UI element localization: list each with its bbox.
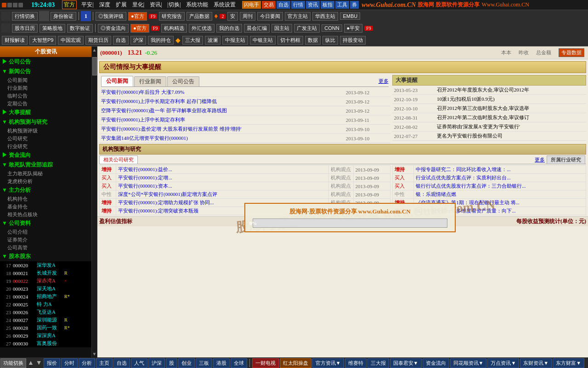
arrow-down[interactable]: ▼ (36, 359, 42, 367)
btn-wave[interactable]: 波澜 (205, 36, 220, 45)
stock-row[interactable]: 18 000021 长城开发 R (0, 269, 91, 277)
btn-cut-ten[interactable]: 切十档框 (277, 36, 303, 45)
sidebar-group-event[interactable]: ▶ 大事提醒 (0, 108, 91, 117)
btn-yicai-tv[interactable]: 一财电视 (252, 358, 279, 368)
btn-zixuan3[interactable]: 自选 (113, 358, 130, 368)
sidebar-group-institution[interactable]: ▼ 机构预测与研究 (0, 117, 91, 127)
tab-industry-research-2[interactable]: 所属行业研究 (547, 155, 585, 164)
btn-strategy[interactable]: 策略股地 (40, 24, 65, 33)
btn-zixun[interactable]: 资讯 (306, 1, 320, 9)
btn-official[interactable]: ●官方 (128, 12, 147, 21)
btn-hangqing-switch[interactable]: 行情切换 (12, 12, 38, 21)
btn-my-select[interactable]: 我的自选 (216, 24, 242, 33)
btn-guangfa[interactable]: 广发主站 (294, 24, 320, 33)
sidebar-group-news[interactable]: ▼ 新闻公告 (0, 67, 91, 76)
research-link[interactable]: 平安银行(000001):定增突破资本瓶颈 (118, 208, 198, 213)
btn-official2[interactable]: ●官方 (130, 24, 149, 33)
btn-financial[interactable]: 财报解读 (2, 36, 28, 45)
btn-flash[interactable]: 闪电手 (242, 1, 261, 9)
sidebar-item-industry-research[interactable]: 行业研究 (0, 143, 91, 150)
research-link[interactable]: 深度*公司*平安银行(000001)新定增方案点评 (118, 191, 217, 197)
btn-official-news[interactable]: 官方资讯▼ (312, 358, 344, 368)
arrow-up[interactable]: ▲ (28, 359, 34, 367)
btn-forex[interactable]: 外汇优选 (189, 24, 215, 33)
news-more-link[interactable]: 更多 (379, 78, 389, 85)
btn-futures-cal[interactable]: 期货日历 (85, 36, 111, 45)
sidebar-item-securities-intro[interactable]: 证券简介 (0, 236, 91, 244)
btn-conn[interactable]: CONN (322, 24, 342, 32)
nav-info[interactable]: 资讯| (150, 1, 162, 9)
sidebar-item-dare-expose[interactable]: 主力敢死队揭秘 (0, 170, 91, 178)
research-link[interactable]: 中报专题研究二：同比环比看收入增速：... (416, 167, 510, 172)
btn-gu[interactable]: 股 (166, 358, 177, 368)
nav-expand[interactable]: 扩展 (116, 1, 127, 9)
research-link[interactable]: 平安银行(000001):益价... (118, 167, 172, 172)
nav-depth[interactable]: 深度 (99, 1, 110, 9)
btn-hushen2[interactable]: 沪深 (148, 358, 165, 368)
sidebar-item-period-notice[interactable]: 定期公告 (0, 100, 91, 108)
news-link[interactable]: 空降平安银行(000001)盈一年 邵平详解事业部改革路线图 (101, 108, 227, 113)
btn-trade[interactable]: 交易 (262, 1, 276, 9)
btn-zhongbao[interactable]: 中报主站 (222, 36, 248, 45)
sidebar-scrollbar[interactable]: ▲ ▼ (92, 46, 97, 357)
btn-sandabao[interactable]: 三大报 (368, 358, 389, 368)
btn-digital-verify[interactable]: 数字验证 (67, 24, 93, 33)
tab-industry-news[interactable]: 行业新闻 (134, 76, 166, 86)
research-link[interactable]: 银行行试点优先股发行方案点评：三力合助银行... (416, 183, 526, 189)
sidebar-group-company-info[interactable]: ▼ 公司资料 (0, 218, 91, 228)
btn-morning[interactable]: 晨会汇编 (244, 24, 270, 33)
sidebar-item-company-intro[interactable]: 公司介绍 (0, 228, 91, 236)
news-link[interactable]: 平安集团148亿元增资平安银行(000001) (101, 135, 188, 141)
btn-券[interactable]: 券 (350, 1, 359, 9)
btn-stock-change[interactable]: 持股变动 (340, 36, 366, 45)
sidebar-item-inst-rating[interactable]: 机构预测评级 (0, 127, 91, 135)
sidebar-item-hotspot[interactable]: 相关热点板块 (0, 211, 91, 218)
stock-row[interactable]: 25 000028 国药一致 R* (0, 324, 91, 332)
stock-row[interactable]: 22 000025 特 力A (0, 300, 91, 308)
btn-ganggu[interactable]: 港股 (213, 358, 230, 368)
btn-guomain[interactable]: 国主站 (271, 24, 292, 33)
research-link[interactable]: 平安银行(000001):定增... (118, 175, 172, 180)
stock-row[interactable]: 20 000023 深天地A (0, 285, 91, 293)
stock-row[interactable]: 19 000022 深赤湾A × (0, 277, 91, 285)
btn-fenxi[interactable]: 分析 (79, 358, 95, 368)
research-link[interactable]: 平安银行(000001):定增助力规模扩张 协同... (118, 200, 214, 205)
btn-fund-flow2[interactable]: 资金流向 (423, 358, 449, 368)
btn-special-data[interactable]: 专题数据 (559, 48, 584, 57)
btn-tonghua[interactable]: 同花顺资讯▼ (450, 358, 487, 368)
btn-banzhi[interactable]: 板指 (321, 1, 334, 9)
btn-stock-calendar[interactable]: 股市日历 (12, 24, 38, 33)
btn-redtai[interactable]: 红太阳操盘 (280, 358, 311, 368)
btn-weekly[interactable]: 周刊 (240, 12, 255, 21)
btn-huaxi[interactable]: 华西主站 (312, 12, 338, 21)
window-controls[interactable] (2, 3, 23, 7)
btn-tools[interactable]: 工具 (335, 1, 349, 9)
sidebar-group-gonggao[interactable]: ▶ 公司公告 (0, 57, 91, 67)
stock-row[interactable]: 24 000027 深圳能源 R (0, 316, 91, 324)
nav-lihua[interactable]: 里化| (132, 1, 144, 9)
btn-today-news[interactable]: 今日要闻 (257, 12, 283, 21)
stock-row[interactable]: 23 000026 飞亚达A (0, 308, 91, 316)
btn-zixuan2[interactable]: 自选 (113, 36, 129, 45)
sidebar-item-company-research[interactable]: 公司研究 (0, 135, 91, 143)
sidebar-item-inst-hold[interactable]: 机构持仓 (0, 195, 91, 203)
btn-an[interactable]: 安 (227, 12, 238, 21)
stock-row[interactable]: 17 000020 深华发A (0, 261, 91, 269)
btn-three-reports[interactable]: 三大报 (182, 36, 203, 45)
stock-row[interactable]: 21 000024 招商地产 R* (0, 293, 91, 300)
institution-more-link[interactable]: 更多 (535, 156, 545, 163)
sidebar-item-industry-news[interactable]: 行业新闻 (0, 84, 91, 92)
tab-company-news[interactable]: 公司新闻 (101, 76, 133, 86)
nav-sysset[interactable]: 系统设置 (214, 1, 236, 9)
btn-global[interactable]: 全球 (231, 358, 247, 368)
news-link[interactable]: 平安银行(000001)年后拉升 大涨7.09% (101, 89, 185, 95)
btn-research[interactable]: 研究报告 (159, 12, 185, 21)
btn-data[interactable]: 数据 (305, 36, 321, 45)
btn-dongcai[interactable]: 东财资讯▼ (520, 358, 552, 368)
sidebar-group-main-force[interactable]: ▼ 主力分析 (0, 185, 91, 195)
nav-pingan[interactable]: 平安| (81, 1, 93, 9)
btn-embu[interactable]: EMBU (340, 12, 360, 20)
sidebar-item-company-news[interactable]: 公司新闻 (0, 76, 91, 84)
sidebar-item-dragon-tiger[interactable]: 龙虎榜分析 (0, 178, 91, 185)
btn-pingan-main[interactable]: ●平安 (344, 24, 363, 33)
